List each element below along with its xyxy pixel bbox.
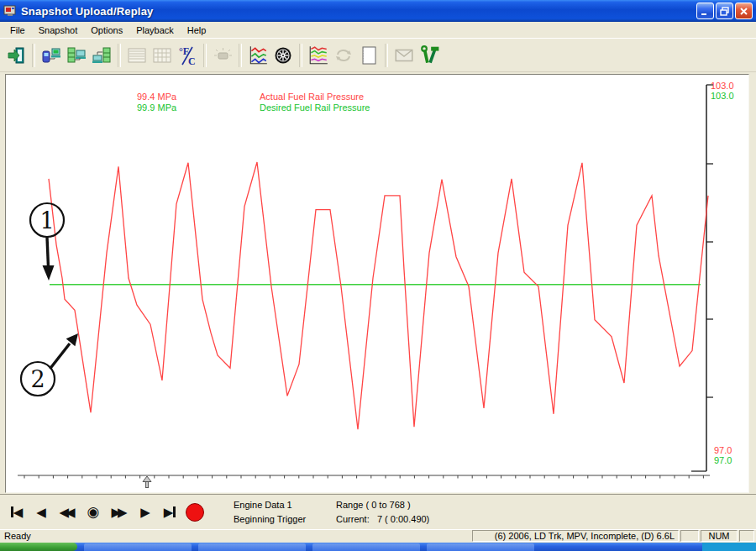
trigger-label: Beginning Trigger — [234, 514, 336, 524]
taskbar-window-button[interactable] — [427, 543, 534, 551]
axis-min-desired: 97.0 — [714, 455, 732, 465]
transfer-from-pc-button[interactable] — [89, 41, 114, 70]
fast-forward-button[interactable]: ▶▶ — [109, 502, 129, 522]
legend-desired-label: Desired Fuel Rail Pressure — [260, 102, 370, 113]
menu-options[interactable]: Options — [84, 24, 129, 37]
app-icon — [3, 4, 17, 18]
playback-info: Engine Data 1 Range ( 0 to 768 ) Beginni… — [234, 498, 429, 527]
axis-max-actual: 103.0 — [711, 81, 734, 91]
graph-view-button[interactable] — [245, 41, 270, 70]
strip-chart-icon — [307, 45, 329, 66]
data-table-view-button — [150, 41, 175, 70]
exit-button[interactable] — [3, 41, 29, 70]
skip-end-icon — [173, 506, 176, 517]
tools-button[interactable] — [417, 41, 442, 70]
status-message: Ready — [0, 530, 470, 542]
menu-snapshot[interactable]: Snapshot — [32, 24, 84, 37]
current-position: Current: 7 ( 0:00.490) — [336, 514, 429, 524]
trigger-point-icon: ◉ — [87, 506, 100, 517]
toolbar-separator — [299, 44, 302, 67]
restore-icon — [720, 7, 729, 16]
window-title: Snapshot Upload/Replay — [21, 5, 154, 18]
data-table-icon — [152, 45, 172, 66]
skip-to-end-button[interactable]: ▶ — [161, 502, 178, 522]
strip-chart-view-button[interactable] — [306, 41, 331, 70]
skip-start-icon: ◀ — [13, 506, 24, 517]
start-button[interactable] — [0, 543, 77, 551]
restore-button[interactable] — [716, 3, 733, 19]
windows-taskbar — [0, 543, 756, 551]
snapshot-name: Engine Data 1 — [234, 500, 336, 510]
lamp-icon — [213, 45, 233, 66]
record-stop-button[interactable] — [186, 502, 204, 522]
gauge-view-button[interactable] — [270, 41, 296, 70]
data-list-view-button — [124, 41, 150, 70]
toolbar-separator — [239, 44, 242, 67]
svg-text:C: C — [188, 55, 196, 66]
status-bar: Ready (6) 2006, LD Trk, MPV, Incomplete,… — [0, 529, 756, 543]
readout-actual-value: 99.4 MPa — [137, 92, 176, 102]
fahrenheit-celsius-icon: °F C — [176, 45, 198, 66]
scan-tool-to-pc-icon — [41, 45, 61, 66]
rewind-button[interactable]: ◀◀ — [57, 502, 77, 522]
close-button[interactable] — [735, 3, 753, 19]
annotation-number-2: 2 — [30, 366, 45, 392]
waveform-plot: 12 — [6, 75, 748, 492]
system-tray — [702, 543, 756, 551]
upload-from-tool-button[interactable] — [39, 41, 64, 70]
toolbar-separator — [203, 44, 207, 67]
email-icon — [393, 45, 415, 66]
laptop-to-cabinet-icon — [92, 45, 112, 66]
timeline-position-indicator[interactable] — [143, 476, 151, 488]
toolbar-separator — [118, 44, 121, 67]
axis-max-desired: 103.0 — [711, 91, 734, 101]
skip-end-icon: ▶ — [164, 506, 174, 517]
status-pane-empty — [739, 530, 754, 542]
units-toggle-button[interactable]: °F C — [175, 41, 200, 70]
email-button — [391, 41, 417, 70]
menu-playback[interactable]: Playback — [129, 24, 181, 37]
taskbar-window-button[interactable] — [312, 543, 420, 551]
rewind-icon: ◀◀ — [59, 506, 71, 517]
step-back-button[interactable]: ◀ — [33, 502, 50, 522]
taskbar-window-button[interactable] — [84, 543, 192, 551]
close-icon — [739, 7, 748, 16]
fast-forward-icon: ▶▶ — [111, 506, 123, 517]
tools-icon — [418, 45, 440, 66]
replay-loop-button — [331, 41, 356, 70]
legend-actual-label: Actual Fuel Rail Pressure — [260, 92, 364, 102]
cabinet-to-laptop-icon — [66, 45, 87, 66]
menu-bar: File Snapshot Options Playback Help — [0, 22, 756, 38]
snapshot-page-button[interactable] — [356, 41, 381, 70]
lamp-button — [210, 41, 235, 70]
step-forward-button[interactable]: ▶ — [137, 502, 154, 522]
toolbar: °F C — [0, 38, 756, 72]
session-info: (6) 2006, LD Trk, MPV, Incomplete, (D) 6… — [472, 530, 679, 542]
minimize-icon — [701, 7, 710, 16]
playback-controls: ◀ ◀ ◀◀ ◉ ▶▶ ▶ ▶ — [8, 502, 234, 522]
taskbar-window-button[interactable] — [198, 543, 306, 551]
annotation-number-1: 1 — [39, 207, 54, 234]
menu-file[interactable]: File — [3, 24, 32, 37]
snapshot-page-icon — [359, 45, 379, 66]
playback-bar: ◀ ◀ ◀◀ ◉ ▶▶ ▶ ▶ Engine Data 1 Range ( 0 … — [0, 494, 756, 529]
replay-loop-icon — [333, 45, 354, 66]
toolbar-separator — [32, 44, 35, 67]
menu-help[interactable]: Help — [181, 24, 213, 37]
annotation-arrow-1 — [43, 265, 55, 281]
line-graph-icon — [247, 45, 269, 66]
data-list-icon — [127, 45, 147, 66]
chart-area: 12 99.4 MPa 99.9 MPa Actual Fuel Rail Pr… — [5, 74, 749, 493]
step-forward-icon: ▶ — [140, 506, 150, 517]
axis-min-actual: 97.0 — [714, 445, 732, 455]
readout-desired-value: 99.9 MPa — [137, 102, 176, 113]
skip-to-start-button[interactable]: ◀ — [8, 502, 25, 522]
minimize-button[interactable] — [696, 3, 714, 19]
go-to-trigger-button[interactable]: ◉ — [85, 502, 102, 522]
transfer-to-pc-button[interactable] — [64, 41, 89, 70]
status-pane-empty — [680, 530, 699, 542]
gauge-dial-icon — [273, 45, 293, 66]
step-back-icon: ◀ — [36, 506, 46, 517]
range-label: Range ( 0 to 768 ) — [336, 500, 429, 510]
exit-door-icon — [6, 45, 26, 66]
